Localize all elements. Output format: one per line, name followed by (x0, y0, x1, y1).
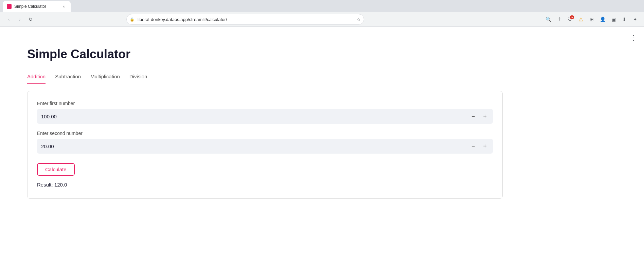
shield-badge: 9 (570, 15, 574, 19)
result-display: Result: 120.0 (37, 182, 493, 188)
tab-addition[interactable]: Addition (27, 71, 46, 84)
back-button[interactable]: ‹ (4, 15, 14, 24)
warning-button[interactable]: ⚠ (576, 15, 586, 24)
bookmark-icon[interactable]: ☆ (357, 17, 361, 22)
lock-icon: 🔒 (130, 17, 135, 22)
tab-subtraction[interactable]: Subtraction (55, 71, 81, 84)
address-bar-wrapper: 🔒 ☆ (126, 14, 364, 25)
second-number-steppers: − + (469, 142, 489, 151)
page-content: ⋮ Simple Calculator Addition Subtraction… (0, 27, 644, 254)
app-container: Simple Calculator Addition Subtraction M… (27, 47, 503, 199)
second-number-decrement[interactable]: − (469, 142, 477, 151)
second-number-increment[interactable]: + (481, 142, 489, 151)
extensions-button[interactable]: ⊞ (587, 15, 596, 24)
save-button[interactable]: ⬇ (620, 15, 629, 24)
operation-tabs: Addition Subtraction Multiplication Divi… (27, 71, 503, 84)
more-tools-button[interactable]: ✦ (630, 15, 640, 24)
forward-button[interactable]: › (15, 15, 24, 24)
calc-card: Enter first number − + Enter second numb… (27, 91, 503, 199)
page-title: Simple Calculator (27, 47, 503, 61)
browser-toolbar: ‹ › ↻ 🔒 ☆ 🔍 ⤴ 🛡 9 ⚠ ⊞ 👤 ▣ (0, 12, 644, 26)
tab-bar: Simple Calculator × (0, 0, 644, 12)
address-bar-input[interactable] (126, 14, 364, 25)
tab-division[interactable]: Division (129, 71, 147, 84)
tab-close-btn[interactable]: × (61, 4, 67, 9)
second-number-wrapper: − + (37, 139, 493, 154)
first-number-group: Enter first number − + (37, 101, 493, 124)
second-number-label: Enter second number (37, 131, 493, 136)
browser-tab[interactable]: Simple Calculator × (3, 1, 71, 12)
sidebar-button[interactable]: ▣ (609, 15, 618, 24)
tab-multiplication[interactable]: Multiplication (90, 71, 120, 84)
toolbar-right: 🔍 ⤴ 🛡 9 ⚠ ⊞ 👤 ▣ ⬇ ✦ (543, 15, 640, 24)
tab-title: Simple Calculator (14, 4, 58, 9)
share-button[interactable]: ⤴ (554, 15, 564, 24)
zoom-button[interactable]: 🔍 (543, 15, 553, 24)
profile-button[interactable]: 👤 (598, 15, 607, 24)
page-more-button[interactable]: ⋮ (630, 34, 637, 42)
calculate-button[interactable]: Calculate (37, 163, 75, 176)
address-bar-area: 🔒 ☆ (126, 14, 364, 25)
second-number-input[interactable] (41, 143, 469, 149)
first-number-input[interactable] (41, 114, 469, 119)
first-number-label: Enter first number (37, 101, 493, 106)
reload-button[interactable]: ↻ (26, 15, 35, 24)
first-number-steppers: − + (469, 112, 489, 121)
first-number-decrement[interactable]: − (469, 112, 477, 121)
first-number-increment[interactable]: + (481, 112, 489, 121)
shield-button[interactable]: 🛡 9 (565, 15, 575, 24)
nav-buttons: ‹ › ↻ (4, 15, 35, 24)
browser-chrome: Simple Calculator × ‹ › ↻ 🔒 ☆ 🔍 ⤴ 🛡 9 (0, 0, 644, 27)
first-number-wrapper: − + (37, 109, 493, 124)
second-number-group: Enter second number − + (37, 131, 493, 154)
tab-favicon (7, 4, 12, 9)
warning-icon: ⚠ (578, 16, 583, 23)
